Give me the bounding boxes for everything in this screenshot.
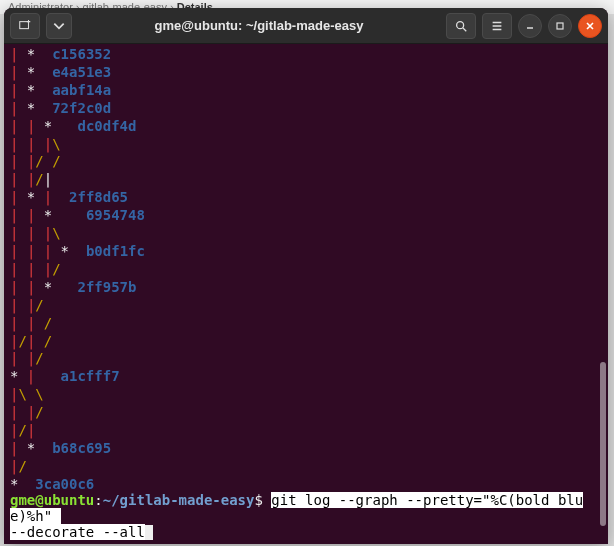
scrollbar-thumb[interactable] <box>600 362 606 526</box>
log-line: * | a1cfff7 <box>10 368 602 386</box>
new-tab-button[interactable] <box>10 13 40 39</box>
terminal-output[interactable]: | * c156352| * e4a51e3| * aabf14a| * 72f… <box>4 44 608 492</box>
close-icon <box>585 21 595 31</box>
prompt-user: gme@ubuntu <box>10 492 94 508</box>
command-text-cont: --decorate --all <box>10 524 145 540</box>
log-line: | | |/ <box>10 261 602 279</box>
log-line: | |/ <box>10 297 602 315</box>
maximize-icon <box>555 21 565 31</box>
chevron-down-icon <box>52 19 66 33</box>
log-line: | | * dc0df4d <box>10 118 602 136</box>
log-line: | | * 2ff957b <box>10 279 602 297</box>
minimize-icon <box>525 21 535 31</box>
log-line: | |/ / <box>10 153 602 171</box>
log-line: | |/ <box>10 404 602 422</box>
log-line: | |/| <box>10 171 602 189</box>
scrollbar-track[interactable] <box>598 44 608 520</box>
log-line: | * e4a51e3 <box>10 64 602 82</box>
log-line: | * | 2ff8d65 <box>10 189 602 207</box>
log-line: | * b68c695 <box>10 440 602 458</box>
log-line: |\ \ <box>10 386 602 404</box>
prompt-path: ~/gitlab-made-easy <box>103 492 255 508</box>
log-line: | | |\ <box>10 136 602 154</box>
close-button[interactable] <box>578 14 602 38</box>
log-line: |/| <box>10 422 602 440</box>
cursor <box>145 525 153 540</box>
log-line: | * aabf14a <box>10 82 602 100</box>
log-line: | * 72f2c0d <box>10 100 602 118</box>
log-line: | | | * b0df1fc <box>10 243 602 261</box>
svg-point-1 <box>457 21 464 28</box>
menu-button[interactable] <box>482 13 512 39</box>
prompt-line[interactable]: gme@ubuntu:~/gitlab-made-easy$ git log -… <box>4 492 608 544</box>
log-line: | * c156352 <box>10 46 602 64</box>
maximize-button[interactable] <box>548 14 572 38</box>
log-line: | | * 6954748 <box>10 207 602 225</box>
log-line: * 3ca00c6 <box>10 476 602 492</box>
log-line: |/ <box>10 458 602 476</box>
titlebar: gme@ubuntu: ~/gitlab-made-easy <box>4 8 608 44</box>
log-line: |/| / <box>10 333 602 351</box>
log-line: | | / <box>10 315 602 333</box>
log-line: | | |\ <box>10 225 602 243</box>
window-title: gme@ubuntu: ~/gitlab-made-easy <box>78 18 440 33</box>
log-line: | |/ <box>10 350 602 368</box>
terminal-plus-icon <box>18 19 32 33</box>
search-button[interactable] <box>446 13 476 39</box>
svg-rect-2 <box>557 23 563 29</box>
search-icon <box>454 19 468 33</box>
minimize-button[interactable] <box>518 14 542 38</box>
hamburger-icon <box>490 19 504 33</box>
svg-rect-0 <box>20 21 29 28</box>
terminal-window: gme@ubuntu: ~/gitlab-made-easy | * c1563… <box>4 8 608 544</box>
tab-dropdown-button[interactable] <box>46 13 72 39</box>
